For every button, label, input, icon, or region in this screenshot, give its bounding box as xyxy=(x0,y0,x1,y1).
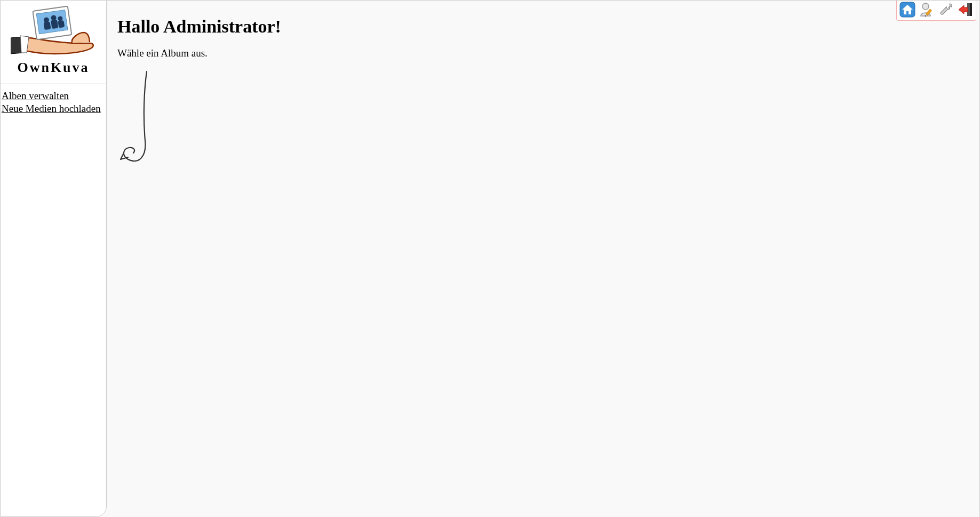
instruction-text: Wähle ein Album aus. xyxy=(117,47,969,59)
user-edit-button[interactable] xyxy=(918,1,936,18)
svg-rect-3 xyxy=(44,22,51,30)
main-content: Hallo Administrator! Wähle ein Album aus… xyxy=(107,0,980,517)
nav-link-manage-albums[interactable]: Alben verwalten xyxy=(2,90,105,102)
svg-rect-7 xyxy=(58,20,65,28)
user-edit-icon xyxy=(919,2,935,18)
arrow-hint-icon xyxy=(117,69,165,170)
top-toolbar xyxy=(896,1,976,21)
logout-button[interactable] xyxy=(956,1,974,18)
logout-icon xyxy=(957,2,973,18)
app-name: OwnKuva xyxy=(6,60,101,76)
app-logo-icon xyxy=(11,6,96,56)
sidebar-nav: Alben verwalten Neue Medien hochladen xyxy=(1,84,106,120)
home-button[interactable] xyxy=(898,1,917,18)
logo-area: OwnKuva xyxy=(1,1,106,84)
page-heading: Hallo Administrator! xyxy=(117,17,969,37)
home-icon xyxy=(899,2,915,18)
svg-rect-5 xyxy=(51,20,58,29)
svg-point-9 xyxy=(922,3,929,10)
sidebar: OwnKuva Alben verwalten Neue Medien hoch… xyxy=(0,0,107,517)
nav-link-upload-media[interactable]: Neue Medien hochladen xyxy=(2,102,105,115)
wrench-icon xyxy=(938,2,954,18)
settings-button[interactable] xyxy=(937,1,955,18)
